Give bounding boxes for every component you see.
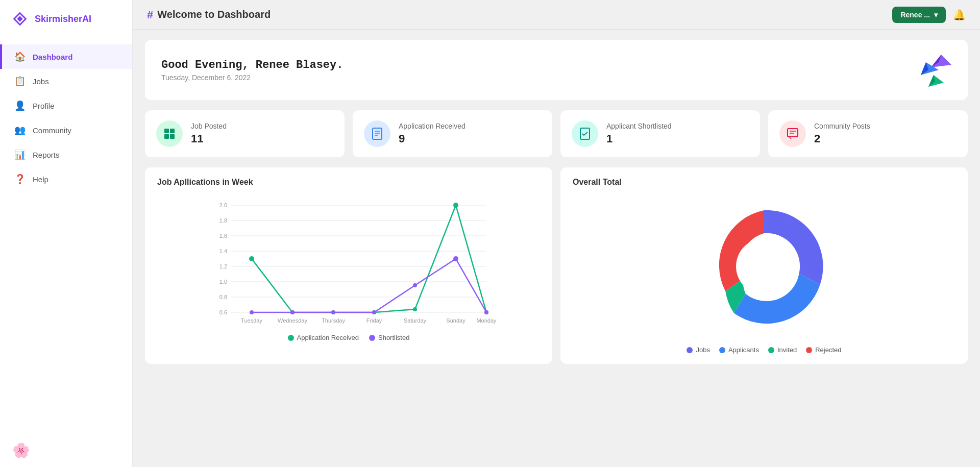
legend-label-applicants: Applicants: [728, 346, 759, 354]
profile-icon: 👤: [14, 100, 26, 111]
sidebar-label-profile: Profile: [33, 102, 55, 110]
sidebar-bottom: 🌸: [0, 434, 132, 467]
user-menu-button[interactable]: Renee ... ▾: [892, 7, 946, 23]
stat-card-community-posts: Community Posts 2: [768, 110, 968, 157]
community-posts-value: 2: [814, 132, 870, 145]
sidebar-item-profile[interactable]: 👤 Profile: [0, 93, 132, 118]
dashboard-icon: 🏠: [14, 51, 26, 62]
svg-text:1.8: 1.8: [219, 217, 227, 224]
dashboard-title: Welcome to Dashboard: [157, 9, 271, 20]
legend-application-received: Application Received: [288, 334, 359, 341]
svg-text:Tuesday: Tuesday: [241, 317, 262, 324]
legend-dot-shortlisted: [369, 335, 375, 341]
svg-text:0.8: 0.8: [219, 294, 227, 300]
sidebar-item-help[interactable]: ❓ Help: [0, 167, 132, 191]
paper-planes-svg: [911, 52, 951, 88]
legend-rejected: Rejected: [806, 346, 841, 354]
community-icon: 👥: [14, 125, 26, 136]
line-chart-container: 2.0 1.8 1.6 1.4 1.2 1.0 0.8 0.6 Tuesday …: [157, 195, 540, 348]
applicant-shortlisted-label: Applicant Shortlisted: [606, 122, 672, 130]
community-posts-icon: [786, 127, 799, 140]
legend-shortlisted: Shortlisted: [369, 334, 409, 341]
donut-legend: Jobs Applicants Invited Rejected: [687, 346, 841, 354]
svg-text:0.6: 0.6: [219, 309, 227, 315]
svg-text:1.6: 1.6: [219, 233, 227, 239]
sidebar-label-reports: Reports: [33, 151, 60, 159]
svg-point-49: [250, 310, 254, 314]
svg-text:Friday: Friday: [366, 317, 382, 324]
svg-point-54: [453, 256, 458, 261]
welcome-text: Good Evening, Renee Blasey. Tuesday, Dec…: [161, 59, 343, 82]
application-received-value: 9: [399, 132, 465, 145]
topbar-right: Renee ... ▾ 🔔: [892, 7, 966, 23]
legend-label-shortlisted: Shortlisted: [378, 334, 409, 341]
applicant-shortlisted-icon: [578, 127, 592, 140]
applicant-shortlisted-value: 1: [606, 132, 672, 145]
legend-jobs: Jobs: [687, 346, 709, 354]
community-posts-icon-wrap: [779, 120, 806, 147]
notification-bell-button[interactable]: 🔔: [953, 9, 966, 21]
line-chart-svg: 2.0 1.8 1.6 1.4 1.2 1.0 0.8 0.6 Tuesday …: [157, 195, 540, 328]
line-chart-title: Job Apllications in Week: [157, 178, 540, 187]
svg-rect-8: [164, 134, 169, 139]
sidebar-label-help: Help: [33, 175, 48, 184]
sidebar-label-jobs: Jobs: [33, 77, 49, 86]
sidebar-label-community: Community: [33, 126, 71, 135]
job-posted-info: Job Posted 11: [191, 122, 227, 145]
legend-label-invited: Invited: [777, 346, 797, 354]
welcome-greeting: Good Evening, Renee Blasey.: [161, 59, 343, 71]
page-title: # Welcome to Dashboard: [147, 8, 271, 21]
svg-text:2.0: 2.0: [219, 202, 227, 208]
sidebar-label-dashboard: Dashboard: [33, 53, 72, 61]
charts-row: Job Apllications in Week 2.0: [145, 167, 968, 364]
sidebar-item-jobs[interactable]: 📋 Jobs: [0, 69, 132, 93]
donut-chart-card: Overall Total: [560, 167, 968, 364]
sidebar-item-dashboard[interactable]: 🏠 Dashboard: [0, 44, 132, 69]
svg-text:Wednesday: Wednesday: [278, 317, 307, 324]
stat-card-application-received: Application Received 9: [353, 110, 552, 157]
svg-point-47: [453, 203, 458, 208]
legend-label-rejected: Rejected: [815, 346, 841, 354]
legend-label-jobs: Jobs: [696, 346, 709, 354]
legend-invited: Invited: [768, 346, 797, 354]
flower-icon: 🌸: [12, 442, 30, 459]
donut-svg: [693, 195, 836, 338]
hash-icon: #: [147, 8, 153, 21]
svg-point-42: [249, 256, 254, 261]
svg-rect-9: [170, 134, 175, 139]
donut-chart-container: Jobs Applicants Invited Rejected: [573, 195, 955, 354]
job-posted-icon-wrap: [156, 120, 183, 147]
dashboard-content: Good Evening, Renee Blasey. Tuesday, Dec…: [133, 30, 980, 467]
welcome-date: Tuesday, December 6, 2022: [161, 73, 343, 82]
legend-dot-invited: [768, 347, 774, 353]
sidebar-item-community[interactable]: 👥 Community: [0, 118, 132, 142]
svg-point-51: [331, 310, 335, 314]
svg-point-46: [413, 307, 417, 311]
welcome-card: Good Evening, Renee Blasey. Tuesday, Dec…: [145, 40, 968, 100]
job-posted-value: 11: [191, 132, 227, 145]
svg-rect-15: [788, 129, 798, 137]
application-received-icon-wrap: [364, 120, 390, 147]
svg-point-52: [372, 310, 376, 314]
svg-text:1.4: 1.4: [219, 248, 227, 254]
application-received-icon: [371, 127, 384, 140]
svg-text:1.0: 1.0: [219, 279, 227, 285]
svg-text:Monday: Monday: [476, 317, 497, 324]
legend-dot-received: [288, 335, 294, 341]
legend-applicants: Applicants: [719, 346, 759, 354]
legend-dot-applicants: [719, 347, 725, 353]
sidebar-item-reports[interactable]: 📊 Reports: [0, 142, 132, 167]
svg-point-56: [736, 238, 792, 294]
reports-icon: 📊: [14, 149, 26, 160]
legend-dot-jobs: [687, 347, 693, 353]
job-posted-label: Job Posted: [191, 122, 227, 130]
stat-card-job-posted: Job Posted 11: [145, 110, 345, 157]
donut-chart-title: Overall Total: [573, 178, 955, 187]
legend-dot-rejected: [806, 347, 812, 353]
app-name: SkirmisherAI: [35, 14, 91, 24]
svg-point-50: [290, 310, 295, 314]
legend-label-received: Application Received: [297, 334, 359, 341]
applicant-shortlisted-info: Applicant Shortlisted 1: [606, 122, 672, 145]
main-content: # Welcome to Dashboard Renee ... ▾ 🔔 Goo…: [133, 0, 980, 467]
svg-point-53: [413, 283, 417, 287]
